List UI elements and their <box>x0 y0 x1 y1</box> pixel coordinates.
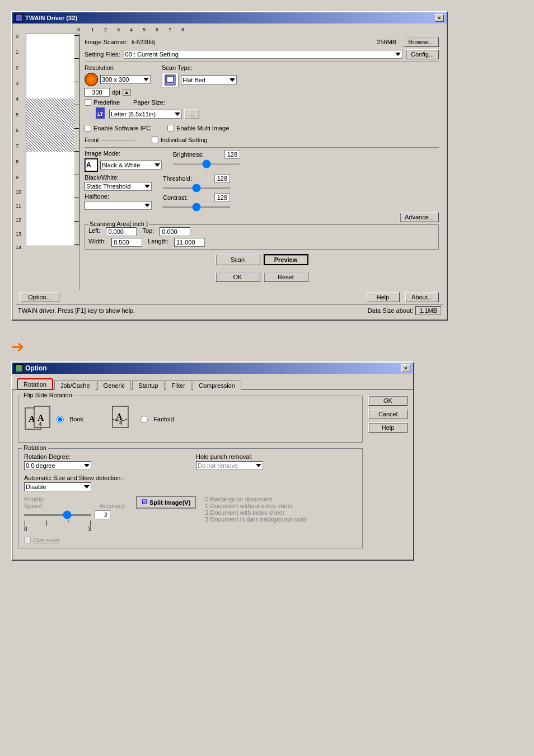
resolution-controls: 300 x 300 <box>85 73 151 86</box>
info-line-2: 2:Document with index sheet <box>205 509 307 516</box>
split-image-button[interactable]: ☑ Split Image(V) <box>136 496 196 509</box>
threshold-header: Threshold: 128 <box>163 174 230 183</box>
threshold-slider[interactable] <box>163 187 230 189</box>
individual-setting-label: Individual Setting <box>161 137 208 143</box>
option-titlebar: Option × <box>12 363 413 374</box>
brightness-header: Brightness: 128 <box>173 150 240 159</box>
bw-threshold-row: Black/White: Static Threshold Threshold:… <box>85 174 439 191</box>
scan-button[interactable]: Scan <box>216 254 260 265</box>
down-arrow: ➔ <box>11 337 523 356</box>
enable-multi-image-row: Enable Multi Image <box>167 125 229 132</box>
twain-titlebar-left: TWAIN Driver (32) <box>15 14 77 22</box>
reset-button[interactable]: Reset <box>264 272 308 282</box>
resolution-group: Resolution 300 x 300 dpi ▲ <box>85 64 151 97</box>
fanfold-radio[interactable] <box>140 416 148 423</box>
width-input[interactable] <box>111 238 142 247</box>
auto-detect-select[interactable]: Disable <box>24 482 91 491</box>
memory-display: 256MB <box>377 39 396 45</box>
brightness-slider[interactable] <box>173 163 240 165</box>
preview-button[interactable]: Preview <box>264 254 308 265</box>
predefine-checkbox[interactable] <box>85 99 91 106</box>
predefine-label: Predefine <box>93 99 120 106</box>
flatbed-icon <box>162 73 179 87</box>
book-option: A A 4 Book <box>24 405 83 433</box>
book-radio[interactable] <box>57 416 64 423</box>
option-cancel-button[interactable]: Cancel <box>368 409 407 419</box>
tab-generic-label: Generic <box>104 382 125 389</box>
paper-size-more-button[interactable]: ... <box>184 109 199 119</box>
halftone-select[interactable] <box>85 201 152 210</box>
data-size-area: Data Size about: 1.1MB <box>368 306 441 315</box>
scan-type-group: Scan Type: Flat Bed <box>162 64 237 97</box>
rotation-degree-label: Rotation Degree: <box>24 453 185 460</box>
scan-type-controls: Flat Bed <box>162 73 237 87</box>
option-ok-button[interactable]: OK <box>368 396 407 406</box>
right-panel: Image Scanner: fi-6230dj 256MB Browse...… <box>80 34 443 290</box>
enable-multi-image-checkbox[interactable] <box>167 125 174 132</box>
black-white-label: Black/White: <box>85 174 152 181</box>
tab-compression-label: Compression <box>199 382 235 389</box>
scan-preview <box>26 34 79 246</box>
twain-close-button[interactable]: × <box>435 14 444 22</box>
paper-size-row: LT Letter (8.5x11in) ... <box>96 107 439 121</box>
option-help-button[interactable]: Help <box>368 422 407 433</box>
setting-files-row: Setting Files: 00 : Current Setting Conf… <box>85 49 439 59</box>
scan-type-select[interactable]: Flat Bed <box>181 76 237 84</box>
length-input[interactable] <box>174 238 205 247</box>
svg-text:A: A <box>86 161 91 169</box>
about-button[interactable]: About... <box>405 292 439 302</box>
threshold-group: Threshold: 128 <box>163 174 230 191</box>
setting-files-select[interactable]: 00 : Current Setting <box>124 50 402 59</box>
tab-filter[interactable]: Filter <box>166 380 191 390</box>
left-input[interactable] <box>106 227 137 236</box>
dpi-label: dpi <box>112 89 120 96</box>
twain-main-area: 0 1 2 3 4 5 6 7 8 9 10 11 12 13 <box>16 34 443 290</box>
data-size-label: Data Size about: <box>368 307 413 314</box>
tab-generic[interactable]: Generic <box>97 380 132 390</box>
brightness-group: Brightness: 128 <box>173 150 240 172</box>
image-scanner-label: Image Scanner: <box>85 39 128 45</box>
paper-size-select[interactable]: Letter (8.5x11in) <box>109 110 182 119</box>
priority-tick-mark-1: | <box>24 520 26 526</box>
flatbed-svg <box>165 74 176 86</box>
paper-size-label: Paper Size: <box>133 99 165 106</box>
right-ruler-ticks <box>74 34 79 246</box>
threshold-label: Threshold: <box>163 175 192 182</box>
front-individual-row: Front Individual Setting <box>85 135 439 145</box>
individual-setting-checkbox[interactable] <box>152 137 158 143</box>
priority-slider[interactable] <box>24 514 91 516</box>
help-button[interactable]: Help <box>366 292 400 302</box>
black-white-select[interactable]: Static Threshold <box>85 182 152 191</box>
overscan-label: Overscan <box>33 537 59 543</box>
contrast-slider[interactable] <box>163 206 230 208</box>
tab-compression[interactable]: Compression <box>193 380 241 390</box>
priority-tick-numbers: 0 3 <box>24 526 91 532</box>
rotation-degree-select[interactable]: 0.0 degree <box>24 461 91 470</box>
tab-filter-label: Filter <box>172 382 185 389</box>
resolution-select[interactable]: 300 x 300 <box>100 75 151 84</box>
image-brightness-row: Image Mode: A Black & White Brigh <box>85 150 439 172</box>
tab-rotation[interactable]: Rotation <box>17 378 53 390</box>
image-mode-select[interactable]: Black & White <box>100 161 162 170</box>
top-input[interactable] <box>160 227 190 236</box>
auto-detect-label: Automatic Size and Skew detection : <box>24 475 357 481</box>
overscan-checkbox[interactable] <box>24 537 31 543</box>
enable-software-ipc-checkbox[interactable] <box>85 125 91 132</box>
top-label: Top: <box>142 227 154 236</box>
browse-button[interactable]: Browse... <box>403 37 439 47</box>
split-image-info: 0:Rectangular document 1:Document withou… <box>205 496 307 523</box>
hole-punch-select[interactable]: Do not remove <box>196 461 263 470</box>
svg-rect-1 <box>167 77 174 82</box>
split-image-col: ☑ Split Image(V) 0:Rectangular document … <box>136 496 307 523</box>
divider-2 <box>85 147 439 148</box>
dpi-input[interactable] <box>85 88 110 97</box>
ok-button[interactable]: OK <box>216 272 260 282</box>
halftone-label: Halftone: <box>85 193 152 200</box>
config-button[interactable]: Config... <box>406 49 439 59</box>
advance-button[interactable]: Advance... <box>400 212 439 222</box>
dpi-spinner-up[interactable]: ▲ <box>123 89 131 96</box>
tab-startup[interactable]: Startup <box>132 380 164 390</box>
option-button[interactable]: Option... <box>20 292 59 302</box>
tab-job-cache[interactable]: Job/Cache <box>54 380 96 390</box>
option-close-button[interactable]: × <box>401 364 410 372</box>
